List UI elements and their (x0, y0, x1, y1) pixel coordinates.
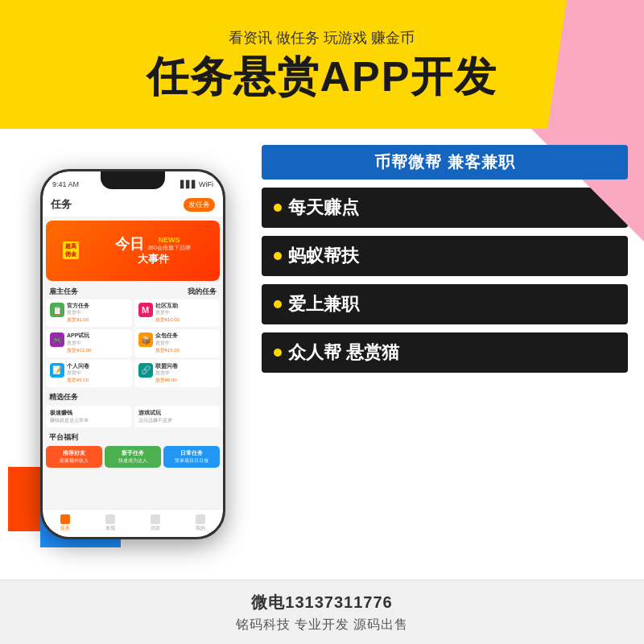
banner-subtitle: 360会推旗下品牌 (147, 244, 191, 252)
company-line: 铭码科技 专业开发 源码出售 (236, 617, 409, 634)
tagline: 看资讯 做任务 玩游戏 赚金币 (229, 28, 415, 47)
phone-time: 9:41 AM (52, 180, 79, 188)
task-info-6: 联盟问卷 悬赏中 放赏¥8.00 (155, 363, 217, 384)
phone-mockup: 9:41 AM ▋▋▋ WiFi 任务 发任务 超高佣金 (40, 169, 225, 539)
feature-box-3: 爱上兼职 (262, 284, 628, 324)
feature-box-2: 蚂蚁帮扶 (262, 236, 628, 276)
featured-grid: 极速赚钱 赚钱就是这么简单 游戏试玩 边玩边赚不是梦 (43, 404, 223, 429)
feature-text-4: 众人帮 悬赏猫 (288, 341, 399, 365)
nav-icon-mine (196, 514, 205, 524)
task-name-6: 联盟问卷 (155, 363, 217, 369)
page-wrapper: 看资讯 做任务 玩游戏 赚金币 任务悬赏APP开发 9:41 AM ▋▋▋ Wi… (0, 0, 644, 644)
featured-name-1: 极速赚钱 (50, 409, 128, 417)
nav-icon-discover (105, 514, 115, 524)
list-item[interactable]: 📝 个人问卷 悬赏中 放赏¥5.00 (46, 360, 132, 387)
banner-news: 今日 (115, 237, 144, 251)
task-amount-1: 放赏¥1.00 (67, 316, 128, 324)
section1-right: 我的任务 (188, 287, 217, 297)
task-name-3: APP试玩 (67, 332, 128, 339)
benefit-item-2[interactable]: 新手任务快速成为达人 (105, 446, 161, 468)
feature-text-1: 每天赚点 (288, 196, 359, 220)
task-amount-3: 放赏¥12.00 (67, 347, 128, 354)
feature-dot-2 (274, 252, 282, 260)
task-info-4: 众包任务 悬赏中 放赏¥15.00 (155, 332, 217, 353)
benefits-grid: 推荐好友家家额外收入 新手任务快速成为达人 日常任务简单项目日日做 (43, 444, 223, 469)
banner-tag: 超高佣金 (63, 242, 79, 259)
nav-label-mine: 我的 (196, 525, 205, 532)
banner-news-en: NEWS (147, 236, 191, 244)
featured-desc-2: 边玩边赚不是梦 (138, 417, 217, 424)
nav-icon-message (151, 514, 160, 524)
task-grid: 📋 官方任务 悬赏中 放赏¥1.00 M 社区互助 (43, 298, 223, 389)
task-icon-5: 📝 (50, 363, 64, 378)
phone-header-btn[interactable]: 发任务 (184, 198, 215, 212)
nav-label-discover: 发现 (105, 525, 115, 532)
list-item[interactable]: 🎮 APP试玩 悬赏中 放赏¥12.00 (46, 329, 132, 357)
phone-side: 9:41 AM ▋▋▋ WiFi 任务 发任务 超高佣金 (0, 129, 250, 580)
task-info-2: 社区互助 悬赏中 放赏¥10.00 (155, 303, 217, 324)
nav-item-message[interactable]: 消息 (151, 514, 160, 532)
nav-item-tasks[interactable]: 任务 (60, 514, 70, 532)
feature-dot-3 (274, 300, 282, 308)
bottom-section: 微电13137311776 铭码科技 专业开发 源码出售 (0, 580, 644, 644)
task-info-3: APP试玩 悬赏中 放赏¥12.00 (67, 332, 128, 353)
banner-center: 今日 NEWS 360会推旗下品牌 大事件 (91, 236, 215, 266)
phone-screen: 9:41 AM ▋▋▋ WiFi 任务 发任务 超高佣金 (43, 171, 223, 537)
list-item[interactable]: 📦 众包任务 悬赏中 放赏¥15.00 (134, 329, 221, 357)
feature-dot-1 (274, 204, 282, 212)
feature-text-2: 蚂蚁帮扶 (288, 244, 359, 268)
section1-title: 雇主任务 (49, 287, 78, 297)
benefit-item-1[interactable]: 推荐好友家家额外收入 (46, 446, 102, 468)
list-item[interactable]: 📋 官方任务 悬赏中 放赏¥1.00 (46, 299, 132, 327)
feature-box-1: 每天赚点 (262, 188, 628, 228)
phone-notch (101, 171, 165, 189)
task-icon-1: 📋 (50, 303, 64, 317)
phone-app-header: 任务 发任务 (43, 194, 223, 217)
nav-item-discover[interactable]: 发现 (105, 514, 115, 532)
task-icon-6: 🔗 (138, 363, 153, 378)
task-info-1: 官方任务 悬赏中 放赏¥1.00 (67, 303, 128, 324)
task-name-5: 个人问卷 (67, 363, 128, 369)
main-title: 任务悬赏APP开发 (147, 54, 498, 100)
featured-name-2: 游戏试玩 (138, 409, 217, 417)
section3-title: 平台福利 (43, 429, 223, 444)
task-info-5: 个人问卷 悬赏中 放赏¥5.00 (67, 363, 128, 384)
right-side: 币帮微帮 兼客兼职 每天赚点 蚂蚁帮扶 爱上兼职 众人帮 悬赏猫 (250, 129, 644, 580)
nav-item-mine[interactable]: 我的 (196, 514, 205, 532)
featured-desc-1: 赚钱就是这么简单 (50, 417, 128, 424)
feature-dot-4 (274, 349, 282, 357)
task-reward-4: 悬赏中 (155, 340, 217, 347)
top-section: 看资讯 做任务 玩游戏 赚金币 任务悬赏APP开发 (0, 0, 644, 129)
content-section: 9:41 AM ▋▋▋ WiFi 任务 发任务 超高佣金 (0, 129, 644, 580)
nav-label-message: 消息 (151, 525, 160, 532)
nav-label-tasks: 任务 (60, 525, 70, 532)
nav-icon-tasks (60, 514, 70, 524)
task-amount-5: 放赏¥5.00 (67, 377, 128, 384)
blue-badge: 币帮微帮 兼客兼职 (262, 145, 628, 180)
task-amount-6: 放赏¥8.00 (155, 377, 217, 384)
contact-line: 微电13137311776 (251, 592, 392, 613)
task-icon-3: 🎮 (50, 332, 64, 347)
task-amount-4: 放赏¥15.00 (155, 347, 217, 354)
list-item[interactable]: 🔗 联盟问卷 悬赏中 放赏¥8.00 (134, 360, 221, 387)
phone-nav: 任务 发现 消息 我的 (43, 509, 223, 537)
banner-left: 超高佣金 (51, 225, 91, 276)
list-item[interactable]: 游戏试玩 边玩边赚不是梦 (134, 406, 221, 427)
task-name-1: 官方任务 (67, 303, 128, 309)
task-reward-3: 悬赏中 (67, 340, 128, 347)
task-reward-5: 悬赏中 (67, 369, 128, 377)
benefit-item-3[interactable]: 日常任务简单项目日日做 (163, 446, 220, 468)
list-item[interactable]: M 社区互助 悬赏中 放赏¥10.00 (134, 299, 221, 327)
task-reward-6: 悬赏中 (155, 369, 217, 377)
list-item[interactable]: 极速赚钱 赚钱就是这么简单 (46, 406, 132, 427)
phone-header-title: 任务 (51, 197, 72, 212)
section2-title: 精选任务 (43, 389, 223, 404)
task-icon-2: M (138, 303, 153, 317)
section1-header: 雇主任务 我的任务 (43, 284, 223, 298)
task-name-2: 社区互助 (155, 303, 217, 309)
task-amount-2: 放赏¥10.00 (155, 316, 217, 324)
task-reward-2: 悬赏中 (155, 309, 217, 316)
phone-banner: 超高佣金 今日 NEWS 360会推旗下品牌 大事件 (46, 221, 220, 281)
feature-box-4: 众人帮 悬赏猫 (262, 332, 628, 373)
feature-text-3: 爱上兼职 (288, 292, 359, 316)
